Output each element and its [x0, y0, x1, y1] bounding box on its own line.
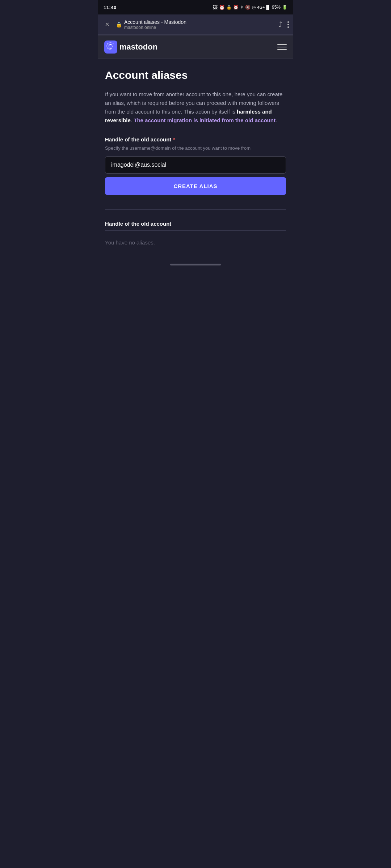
site-header: mastodon [98, 35, 293, 59]
alias-form: Handle of the old account * Specify the … [105, 136, 286, 195]
aliases-table-header: Handle of the old account [105, 217, 286, 231]
more-options-button[interactable] [287, 21, 289, 28]
browser-bar: × 🔒 Account aliases - Mastodon mastodon.… [98, 14, 293, 35]
browser-lock-icon: 🔒 [116, 22, 122, 27]
status-time: 11:40 [104, 5, 117, 10]
description-text: If you want to move from another account… [105, 90, 286, 125]
mastodon-logo-svg [104, 41, 117, 54]
create-alias-button[interactable]: CREATE ALIAS [105, 177, 286, 195]
form-label-row: Handle of the old account * [105, 136, 286, 142]
mastodon-logo[interactable]: mastodon [104, 41, 157, 54]
wifi-icon: ◎ [252, 5, 256, 10]
browser-url: mastodon.online [124, 25, 186, 30]
description-part2: . [131, 117, 134, 123]
handle-label: Handle of the old account [105, 136, 171, 142]
no-aliases-message: You have no aliases. [105, 237, 286, 248]
battery-level: 95% [272, 5, 281, 10]
signal-icon: 4G+▐▌ [257, 5, 270, 9]
alarm2-icon: ⏰ [233, 5, 239, 10]
status-icons: 🖼 ⏰ 🔒 ⏰ ✳ 🔇 ◎ 4G+▐▌ 95% 🔋 [213, 5, 287, 10]
browser-address-bar[interactable]: 🔒 Account aliases - Mastodon mastodon.on… [116, 19, 275, 30]
main-content: Account aliases If you want to move from… [98, 59, 293, 259]
browser-close-button[interactable]: × [102, 20, 112, 29]
home-bar [170, 264, 221, 265]
aliases-section: Handle of the old account You have no al… [105, 209, 286, 248]
handle-input[interactable] [105, 156, 286, 174]
form-hint: Specify the username@domain of the accou… [105, 145, 286, 152]
mastodon-logo-text: mastodon [119, 42, 157, 52]
bluetooth-icon: ✳ [240, 5, 244, 10]
browser-actions: ⤴ [279, 20, 289, 29]
lock-status-icon: 🔒 [226, 5, 232, 10]
gallery-icon: 🖼 [213, 5, 218, 10]
browser-title-block: Account aliases - Mastodon mastodon.onli… [124, 19, 186, 30]
hamburger-menu-button[interactable] [277, 44, 287, 50]
mute-icon: 🔇 [245, 5, 251, 10]
status-bar: 11:40 🖼 ⏰ 🔒 ⏰ ✳ 🔇 ◎ 4G+▐▌ 95% 🔋 [98, 0, 293, 14]
share-icon[interactable]: ⤴ [279, 20, 282, 29]
description-end: . [276, 117, 277, 123]
required-star: * [173, 136, 175, 142]
description-highlight: The account migration is initiated from … [134, 117, 276, 123]
page-title: Account aliases [105, 69, 286, 81]
browser-page-title: Account aliases - Mastodon [124, 19, 186, 25]
battery-icon: 🔋 [282, 5, 287, 10]
alarm-icon: ⏰ [219, 5, 225, 10]
home-indicator-bar [98, 259, 293, 268]
